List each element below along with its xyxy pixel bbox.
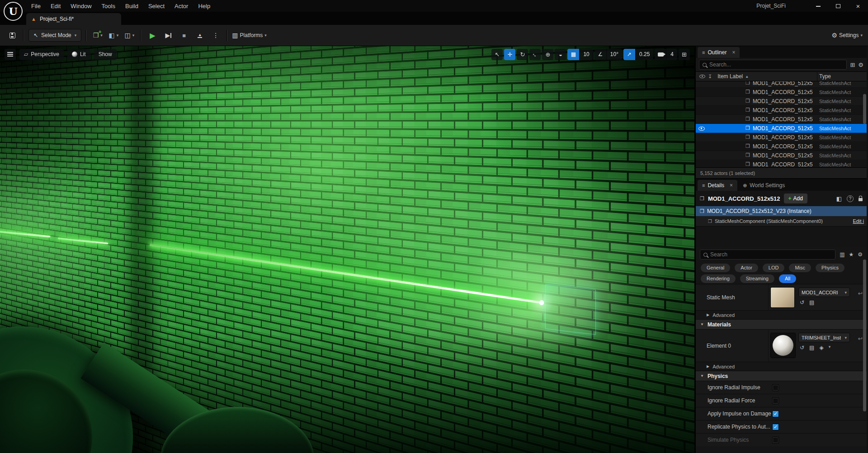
table-row[interactable]: ❒MOD1_ACCORD_512x5StaticMeshAct — [696, 97, 867, 106]
help-icon[interactable]: ? — [847, 195, 854, 202]
advanced-expander[interactable]: ▶ Advanced — [696, 310, 867, 319]
viewport-options-button[interactable] — [5, 49, 16, 60]
table-row[interactable]: ❒MOD1_ACCORD_512x5StaticMeshAct — [696, 133, 867, 142]
perspective-dropdown[interactable]: ▱ Perspective — [19, 49, 64, 60]
select-tool-button[interactable]: ↖ — [491, 49, 503, 60]
table-row[interactable]: ❒MOD1_ACCORD_512x5StaticMeshAct — [696, 151, 867, 160]
settings-dropdown[interactable]: ⚙ Settings ▾ — [832, 28, 863, 42]
advanced-expander[interactable]: ▶ Advanced — [696, 362, 867, 371]
tab-world-settings[interactable]: ⊕ World Settings — [738, 180, 789, 191]
cinematics-button[interactable]: ◫ ▾ — [123, 28, 136, 42]
filter-all[interactable]: All — [779, 274, 796, 283]
table-row[interactable]: ❒MOD1_ACCORD_512x5StaticMeshAct — [696, 142, 867, 151]
add-actor-button[interactable]: ❒+ ▾ — [91, 28, 104, 42]
display-options-icon[interactable]: ▥ — [840, 251, 844, 258]
static-mesh-asset-dropdown[interactable]: MOD1_ACCORI ▾ — [798, 288, 850, 297]
edit-blueprint-link[interactable]: Edit i — [853, 218, 864, 224]
filter-general[interactable]: General — [701, 264, 730, 272]
browse-to-asset-icon[interactable]: ▤ — [809, 299, 814, 306]
reset-to-default-icon[interactable]: ↩ — [858, 290, 863, 297]
details-search-input[interactable] — [710, 251, 832, 258]
camera-speed-control[interactable]: 4 — [655, 49, 677, 60]
outliner-settings-icon[interactable]: ⚙ — [858, 61, 863, 68]
project-tab[interactable]: ▲ Project_Sci-fi* — [26, 13, 121, 25]
menu-actor[interactable]: Actor — [170, 0, 193, 12]
move-tool-button[interactable]: ✛ — [504, 49, 515, 60]
filter-physics[interactable]: Physics — [816, 264, 844, 272]
physics-section-header[interactable]: ▼ Physics — [696, 371, 867, 381]
table-row-selected[interactable]: ❒MOD1_ACCORD_512x5StaticMeshAct — [696, 124, 867, 133]
tab-outliner[interactable]: ≡ Outliner × — [698, 47, 740, 58]
menu-select[interactable]: Select — [143, 0, 170, 12]
table-row[interactable]: ❒MOD1_ACCORD_512x5StaticMeshAct — [696, 160, 867, 167]
level-viewport[interactable]: ▱ Perspective Lit Show ↖ ✛ ↻ ↔ ⊕ ◒ — [0, 46, 694, 453]
maximize-button[interactable] — [828, 0, 848, 12]
use-selected-asset-icon[interactable]: ↺ — [800, 344, 804, 351]
material-thumbnail[interactable] — [770, 333, 796, 358]
checkbox[interactable] — [772, 384, 779, 391]
browse-to-asset-icon[interactable]: ▤ — [809, 344, 814, 351]
visibility-column-icon[interactable] — [699, 75, 705, 78]
tab-details[interactable]: ≡ Details × — [698, 180, 737, 191]
rotate-tool-button[interactable]: ↻ — [517, 49, 528, 60]
rotation-snap-control[interactable]: ∠ 10° — [594, 49, 622, 60]
checkbox[interactable] — [772, 437, 779, 444]
checkbox[interactable] — [772, 397, 779, 404]
grid-snap-control[interactable]: ▦ 10 — [567, 49, 593, 60]
menu-edit[interactable]: Edit — [46, 0, 66, 12]
menu-window[interactable]: Window — [66, 0, 96, 12]
eject-button[interactable]: ▲ — [193, 28, 207, 42]
filter-streaming[interactable]: Streaming — [740, 274, 774, 283]
details-search-box[interactable] — [700, 250, 835, 260]
instance-row-selected[interactable]: ❒ MOD1_ACCORD_512x512_V23 (Instance) — [696, 206, 867, 216]
static-mesh-thumbnail[interactable] — [770, 287, 795, 308]
select-mode-dropdown[interactable]: ↖ Select Mode ▾ — [28, 29, 81, 42]
menu-help[interactable]: Help — [193, 0, 215, 12]
details-settings-icon[interactable]: ⚙ — [858, 251, 863, 258]
filter-misc[interactable]: Misc — [789, 264, 811, 272]
filter-lod[interactable]: LOD — [763, 264, 785, 272]
close-icon[interactable]: × — [730, 182, 733, 189]
scale-snap-control[interactable]: ↗ 0.25 — [623, 49, 653, 60]
stop-button[interactable]: ■ — [177, 28, 191, 42]
material-asset-dropdown[interactable]: TRIMSHEET_Inst ▾ — [798, 333, 850, 342]
maximize-viewport-button[interactable]: ⊞ — [679, 49, 690, 60]
filter-rendering[interactable]: Rendering — [701, 274, 736, 283]
details-scrollbar[interactable] — [863, 260, 866, 411]
outliner-search-input[interactable] — [709, 61, 843, 68]
outliner-search-box[interactable] — [699, 60, 847, 70]
world-coordinate-button[interactable]: ⊕ — [542, 49, 553, 60]
filter-actor[interactable]: Actor — [735, 264, 758, 272]
component-row[interactable]: ❒ StaticMeshComponent (StaticMeshCompone… — [696, 216, 867, 226]
chevron-down-icon[interactable]: ▾ — [829, 344, 831, 351]
menu-tools[interactable]: Tools — [97, 0, 120, 12]
surface-snapping-button[interactable]: ◒ — [555, 49, 566, 60]
frame-skip-button[interactable]: ▶ — [161, 28, 175, 42]
materials-section-header[interactable]: ▼ Materials — [696, 319, 867, 329]
save-button[interactable] — [5, 28, 19, 42]
lock-icon[interactable] — [859, 198, 863, 201]
checkbox[interactable] — [772, 411, 779, 417]
column-splitter[interactable] — [817, 72, 817, 81]
reset-to-default-icon[interactable]: ↩ — [858, 335, 863, 342]
checkbox[interactable] — [772, 424, 779, 430]
scale-tool-button[interactable]: ↔ — [529, 49, 541, 60]
column-splitter[interactable] — [768, 330, 769, 362]
type-column-header[interactable]: Type — [819, 73, 831, 80]
blueprints-button[interactable]: ◧ ▾ — [107, 28, 120, 42]
material-picker-icon[interactable]: ◈ — [819, 344, 823, 351]
platforms-dropdown[interactable]: ▥ Platforms ▾ — [232, 28, 266, 42]
close-button[interactable]: × — [848, 0, 868, 12]
table-row[interactable]: ❒MOD1_ACCORD_512x5StaticMeshAct — [696, 81, 867, 88]
table-row[interactable]: ❒MOD1_ACCORD_512x5StaticMeshAct — [696, 115, 867, 124]
menu-build[interactable]: Build — [120, 0, 143, 12]
minimize-button[interactable] — [808, 0, 828, 12]
create-folder-icon[interactable]: ⊞ — [850, 61, 855, 68]
play-options-button[interactable]: ⋮ — [209, 28, 222, 42]
column-splitter[interactable] — [768, 284, 769, 310]
menu-file[interactable]: File — [26, 0, 46, 12]
favorites-icon[interactable]: ★ — [849, 251, 854, 258]
show-dropdown[interactable]: Show — [94, 49, 117, 60]
add-component-button[interactable]: + Add — [784, 193, 807, 203]
table-row[interactable]: ❒MOD1_ACCORD_512x5StaticMeshAct — [696, 106, 867, 115]
